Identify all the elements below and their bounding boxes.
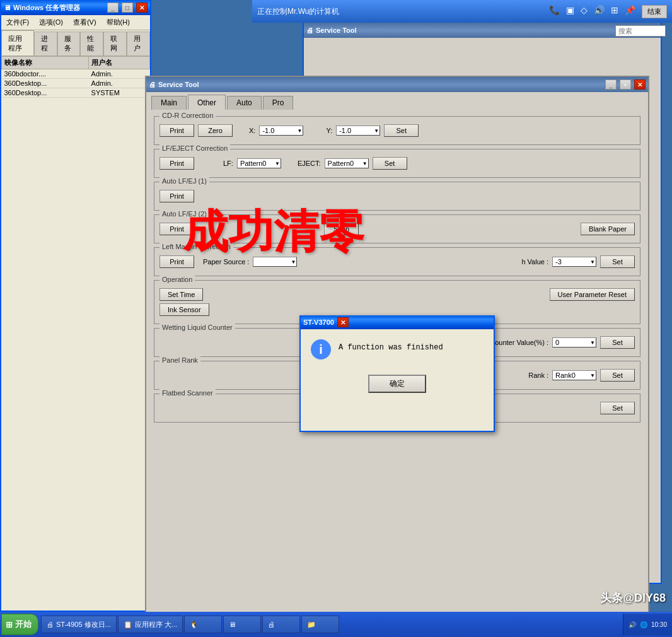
table-row[interactable]: 360Desktop... Admin. xyxy=(2,79,150,88)
taskbar-item-1[interactable]: 🖨 ST-4905 修改日... xyxy=(41,616,117,633)
monitor-icon[interactable]: ▣ xyxy=(566,5,574,18)
proc-name-1: 360bdoctor.... xyxy=(2,69,89,79)
clock: 10:30 xyxy=(651,621,667,628)
pin-icon[interactable]: 📌 xyxy=(625,5,635,18)
counter-select[interactable]: 0 xyxy=(552,337,596,348)
diamond-icon[interactable]: ◇ xyxy=(581,5,588,18)
dialog-close-btn[interactable]: ✕ xyxy=(337,317,349,327)
taskmgr-title-icon: 🖥 xyxy=(4,4,11,11)
taskmgr-title: Windows 任务管理器 xyxy=(13,3,104,13)
cdr-x-select[interactable]: -1.0 xyxy=(259,126,303,136)
cdr-x-select-wrap: -1.0 xyxy=(259,126,303,136)
menu-file[interactable]: 文件(F) xyxy=(1,16,34,28)
phone-icon[interactable]: 📞 xyxy=(549,5,560,18)
dialog-title: ST-V3700 xyxy=(303,318,334,326)
taskmgr-min-button[interactable]: _ xyxy=(107,3,119,13)
taskbar-items: 🖨 ST-4905 修改日... 📋 应用程序 大... 🐧 🖥 🖨 📁 xyxy=(38,616,623,633)
rank-select[interactable]: Rank0 xyxy=(552,370,596,380)
st-close-btn[interactable]: ✕ xyxy=(634,79,646,90)
taskbar-item-3[interactable]: 🐧 xyxy=(184,616,222,633)
tab-network[interactable]: 联网 xyxy=(103,32,127,56)
dialog-body: i A function was finished xyxy=(301,329,494,370)
taskmgr-tabs: 应用程序 进程 服务 性能 联网 用户 xyxy=(1,30,150,56)
tab-performance[interactable]: 性能 xyxy=(80,32,103,56)
remote-icons: 📞 ▣ ◇ 🔊 ⊞ 📌 结束 xyxy=(549,5,667,18)
dialog-footer: 确定 xyxy=(301,370,494,398)
lf-select[interactable]: Pattern0 xyxy=(237,158,281,168)
lm-set-btn[interactable]: Set xyxy=(600,255,635,268)
flatbed-set-btn[interactable]: Set xyxy=(600,402,635,414)
lf-eject-row: Print LF: Pattern0 EJECT: Pattern0 Set xyxy=(159,157,635,170)
cdr-section-label: CD-R Correction xyxy=(159,112,216,119)
proc-name-3: 360Desktop... xyxy=(2,88,89,98)
panel-rank-set-btn[interactable]: Set xyxy=(600,369,635,382)
task-icon-1: 🖨 xyxy=(47,621,54,628)
lf-label: LF: xyxy=(223,160,233,167)
table-row[interactable]: 360bdoctor.... Admin. xyxy=(2,69,150,79)
h-value-select[interactable]: -3 xyxy=(552,257,596,267)
printer-icon-bg: 🖨 xyxy=(306,26,313,34)
task-icon-6: 📁 xyxy=(307,621,316,629)
info-icon: i xyxy=(311,339,331,359)
taskbar-item-5[interactable]: 🖨 xyxy=(262,616,300,633)
tab-processes[interactable]: 进程 xyxy=(34,32,57,56)
speaker-icon[interactable]: 🔊 xyxy=(594,5,605,18)
grid-icon[interactable]: ⊞ xyxy=(611,5,618,18)
lf-set-btn[interactable]: Set xyxy=(373,157,407,170)
table-row[interactable]: 360Desktop... SYSTEM xyxy=(2,88,150,98)
taskbar-tray: 🔊 🌐 10:30 xyxy=(623,614,672,635)
lf-print-btn[interactable]: Print xyxy=(159,157,194,170)
taskmgr-titlebar: 🖥 Windows 任务管理器 _ □ ✕ xyxy=(1,0,150,15)
taskmgr-menu: 文件(F) 选项(O) 查看(V) 帮助(H) xyxy=(1,15,150,30)
rank-select-wrap: Rank0 xyxy=(552,370,596,380)
tab-other[interactable]: Other xyxy=(188,95,226,110)
user-param-btn[interactable]: User Parameter Reset xyxy=(550,288,635,301)
panel-rank-label: Panel Rank xyxy=(159,356,200,364)
search-input[interactable] xyxy=(615,25,666,37)
eject-select[interactable]: Pattern0 xyxy=(325,158,369,168)
taskbar-item-6[interactable]: 📁 xyxy=(301,616,339,633)
operation-row-2: Ink Sensor xyxy=(159,303,635,316)
taskbar: ⊞ 开始 🖨 ST-4905 修改日... 📋 应用程序 大... 🐧 🖥 🖨 … xyxy=(0,612,672,637)
st-min-btn[interactable]: _ xyxy=(605,79,617,90)
tab-main[interactable]: Main xyxy=(151,96,187,110)
set-time-btn[interactable]: Set Time xyxy=(159,288,203,301)
end-button[interactable]: 结束 xyxy=(642,5,667,18)
dialog-message: A function was finished xyxy=(339,339,443,352)
proc-user-2: Admin. xyxy=(89,79,150,88)
tray-icon-2: 🌐 xyxy=(640,621,647,628)
wetting-set-btn[interactable]: Set xyxy=(600,336,635,349)
cdr-y-select[interactable]: -1.0 xyxy=(336,126,380,136)
menu-options[interactable]: 选项(O) xyxy=(34,16,68,28)
cdr-zero-btn[interactable]: Zero xyxy=(198,124,233,137)
taskbar-item-2[interactable]: 📋 应用程序 大... xyxy=(118,616,183,633)
col-image-name[interactable]: 映像名称 xyxy=(2,57,89,69)
col-username[interactable]: 用户名 xyxy=(89,57,150,69)
proc-user-3: SYSTEM xyxy=(89,88,150,98)
task-manager-window: 🖥 Windows 任务管理器 _ □ ✕ 文件(F) 选项(O) 查看(V) … xyxy=(0,0,151,612)
menu-help[interactable]: 帮助(H) xyxy=(101,16,135,28)
auto-lf1-row: Print xyxy=(159,190,635,202)
cdr-set-btn[interactable]: Set xyxy=(384,124,419,137)
h-value-select-wrap: -3 xyxy=(552,257,596,267)
tab-users[interactable]: 用户 xyxy=(127,32,150,56)
taskmgr-close-button[interactable]: ✕ xyxy=(136,3,148,13)
task-icon-2: 📋 xyxy=(124,621,132,629)
flatbed-label: Flatbed Scanner xyxy=(159,389,216,397)
tab-auto[interactable]: Auto xyxy=(227,96,262,110)
tab-pro[interactable]: Pro xyxy=(263,96,294,110)
tab-services[interactable]: 服务 xyxy=(57,32,81,56)
cdr-print-btn[interactable]: Print xyxy=(159,124,194,137)
ink-sensor-btn[interactable]: Ink Sensor xyxy=(159,303,209,316)
h-value-label: h Value : xyxy=(521,258,548,266)
success-message: 成功清零 xyxy=(183,202,364,262)
dialog-ok-button[interactable]: 确定 xyxy=(368,375,426,393)
start-button[interactable]: ⊞ 开始 xyxy=(1,614,38,635)
auto-lf1-print-btn[interactable]: Print xyxy=(159,190,194,202)
taskbar-item-4[interactable]: 🖥 xyxy=(223,616,261,633)
taskmgr-max-button[interactable]: □ xyxy=(122,3,133,13)
menu-view[interactable]: 查看(V) xyxy=(68,16,101,28)
auto-lf2-blank-btn[interactable]: Blank Paper xyxy=(581,223,635,235)
tab-applications[interactable]: 应用程序 xyxy=(1,30,34,56)
st-restore-btn[interactable]: ▪ xyxy=(620,79,631,90)
